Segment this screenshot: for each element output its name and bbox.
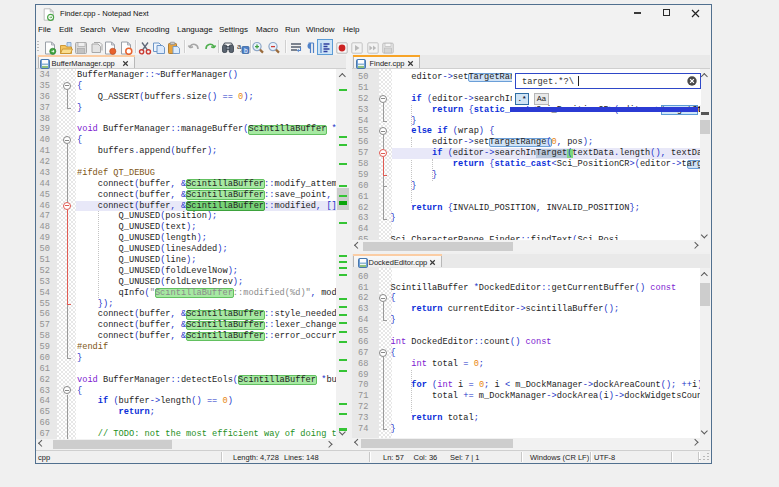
svg-text:b: b	[244, 46, 248, 53]
svg-text:a: a	[237, 41, 242, 50]
